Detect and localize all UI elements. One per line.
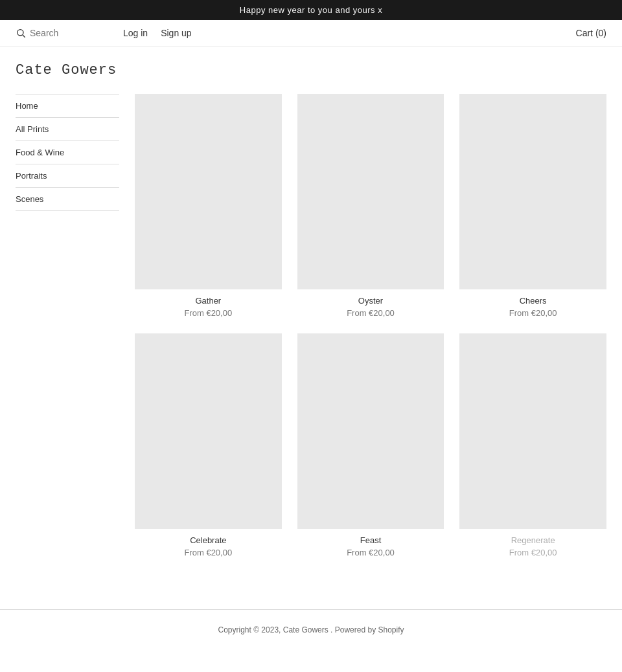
sidebar: HomeAll PrintsFood & WinePortraitsScenes [16,94,119,557]
product-name: Gather [135,296,282,306]
search-area [16,28,108,38]
page-title: Cate Gowers [16,62,606,78]
announcement-bar: Happy new year to you and yours x [0,0,622,20]
product-name: Feast [297,535,444,545]
product-price: From €20,00 [135,308,282,318]
svg-line-1 [23,35,25,38]
header-nav: Log in Sign up [123,28,576,38]
login-link[interactable]: Log in [123,28,148,38]
product-price: From €20,00 [297,548,444,557]
page-container: Cate Gowers HomeAll PrintsFood & WinePor… [0,47,622,583]
product-image [459,94,606,289]
content-layout: HomeAll PrintsFood & WinePortraitsScenes… [16,94,606,557]
sidebar-item-food-and-wine[interactable]: Food & Wine [16,141,119,164]
footer-text: Copyright © 2023, Cate Gowers . Powered … [218,625,404,634]
product-name: Cheers [459,296,606,306]
site-header: Log in Sign up Cart (0) [0,20,622,47]
sidebar-item-scenes[interactable]: Scenes [16,188,119,211]
product-image [297,94,444,289]
product-card[interactable]: FeastFrom €20,00 [297,333,444,557]
product-card[interactable]: OysterFrom €20,00 [297,94,444,318]
product-price: From €20,00 [459,548,606,557]
product-card[interactable]: GatherFrom €20,00 [135,94,282,318]
sidebar-item-portraits[interactable]: Portraits [16,164,119,188]
signup-link[interactable]: Sign up [161,28,191,38]
site-footer: Copyright © 2023, Cate Gowers . Powered … [0,609,622,650]
search-icon[interactable] [16,28,26,38]
product-image [297,333,444,529]
product-name: Regenerate [459,535,606,545]
sidebar-item-home[interactable]: Home [16,94,119,118]
products-area: GatherFrom €20,00OysterFrom €20,00Cheers… [135,94,606,557]
product-image [135,333,282,529]
product-name: Oyster [297,296,444,306]
sidebar-item-all-prints[interactable]: All Prints [16,118,119,141]
product-name: Celebrate [135,535,282,545]
product-price: From €20,00 [297,308,444,318]
product-card[interactable]: RegenerateFrom €20,00 [459,333,606,557]
product-card[interactable]: CheersFrom €20,00 [459,94,606,318]
product-price: From €20,00 [459,308,606,318]
cart-link[interactable]: Cart (0) [576,28,606,38]
svg-point-0 [17,30,23,36]
product-price: From €20,00 [135,548,282,557]
search-input[interactable] [30,28,108,38]
product-card[interactable]: CelebrateFrom €20,00 [135,333,282,557]
announcement-text: Happy new year to you and yours x [240,5,382,15]
product-image [459,333,606,529]
products-grid: GatherFrom €20,00OysterFrom €20,00Cheers… [135,94,606,557]
product-image [135,94,282,289]
